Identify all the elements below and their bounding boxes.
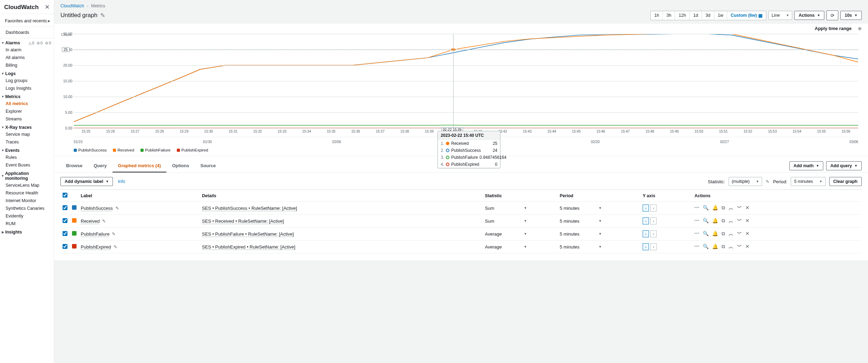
pulse-icon[interactable]: 〰 [694, 231, 699, 237]
sidebar-item-all-alarms[interactable]: All alarms [0, 54, 54, 61]
sidebar-item-rules[interactable]: Rules [0, 154, 54, 161]
sidebar-favorites[interactable]: Favorites and recents ▶ [0, 15, 54, 27]
period-cell[interactable]: 5 minutes▼ [560, 206, 602, 211]
copy-icon[interactable]: ⧉ [722, 205, 725, 211]
move-up-icon[interactable]: ︽ [729, 205, 733, 211]
edit-icon[interactable]: ✎ [112, 231, 116, 237]
row-checkbox[interactable] [63, 205, 67, 210]
bell-icon[interactable]: 🔔 [712, 218, 718, 224]
color-swatch[interactable] [72, 231, 77, 236]
sidebar-item-explorer[interactable]: Explorer [0, 108, 54, 115]
breadcrumb-root[interactable]: CloudWatch [60, 3, 84, 8]
statistic-select[interactable]: (multiple)▼ [729, 177, 762, 186]
sidebar-item-synthetics[interactable]: Synthetics Canaries [0, 205, 54, 212]
yaxis-left[interactable]: ‹ [643, 243, 649, 250]
stat-edit-icon[interactable]: ✎ [766, 179, 769, 184]
sidebar-section-insights[interactable]: ▶Insights [0, 228, 54, 235]
move-down-icon[interactable]: ︾ [737, 205, 742, 211]
add-dynamic-label-button[interactable]: Add dynamic label▼ [60, 177, 113, 186]
color-swatch[interactable] [72, 205, 77, 210]
sidebar-section-appmon[interactable]: ▼Application monitoring [0, 169, 54, 182]
sidebar-section-xray[interactable]: ▼X-Ray traces [0, 123, 54, 131]
copy-icon[interactable]: ⧉ [722, 244, 725, 250]
move-up-icon[interactable]: ︽ [729, 231, 733, 237]
sidebar-item-streams[interactable]: Streams [0, 115, 54, 123]
metric-details[interactable]: SES • PublishFailure • RuleSetName: [Act… [202, 231, 294, 237]
yaxis-right[interactable]: › [650, 205, 657, 212]
search-icon[interactable]: 🔍 [703, 218, 709, 224]
sidebar-item-all-metrics[interactable]: All metrics [0, 100, 54, 108]
row-checkbox[interactable] [63, 244, 67, 249]
remove-icon[interactable]: ✕ [745, 244, 750, 250]
pulse-icon[interactable]: 〰 [694, 244, 699, 250]
sidebar-item-internet-monitor[interactable]: Internet Monitor [0, 197, 54, 205]
metric-details[interactable]: SES • PublishSuccess • RuleSetName: [Act… [202, 206, 297, 211]
search-icon[interactable]: 🔍 [703, 205, 709, 211]
bell-icon[interactable]: 🔔 [712, 231, 718, 237]
edit-icon[interactable]: ✎ [115, 206, 119, 211]
move-down-icon[interactable]: ︾ [737, 244, 742, 250]
add-query-button[interactable]: Add query▼ [826, 161, 862, 170]
period-cell[interactable]: 5 minutes▼ [560, 218, 602, 224]
pulse-icon[interactable]: 〰 [694, 205, 699, 211]
sidebar-item-logs-insights[interactable]: Logs Insights [0, 84, 54, 92]
statistic-cell[interactable]: Sum▼ [485, 218, 527, 224]
refresh-button[interactable]: ⟳ [826, 10, 838, 20]
statistic-cell[interactable]: Average▼ [485, 231, 527, 237]
refresh-interval-button[interactable]: 10s▼ [840, 11, 862, 20]
copy-icon[interactable]: ⧉ [722, 231, 725, 237]
sidebar-item-dashboards[interactable]: Dashboards [0, 27, 54, 38]
time-1w[interactable]: 1w [714, 11, 727, 20]
metric-details[interactable]: SES • PublishExpired • RuleSetName: [Act… [202, 244, 295, 250]
yaxis-left[interactable]: ‹ [643, 217, 649, 224]
yaxis-right[interactable]: › [650, 230, 657, 237]
sidebar-section-logs[interactable]: ▼Logs [0, 69, 54, 77]
tab-options[interactable]: Options [166, 160, 195, 172]
color-swatch[interactable] [72, 218, 77, 223]
metric-label[interactable]: PublishFailure [81, 231, 109, 237]
tab-graphed-metrics-[interactable]: Graphed metrics (4) [113, 160, 167, 172]
edit-icon[interactable]: ✎ [114, 244, 117, 250]
metric-label[interactable]: Received [81, 218, 100, 224]
zoom-icon[interactable]: ⊕ [858, 26, 862, 31]
row-checkbox[interactable] [63, 218, 67, 223]
legend-item[interactable]: PublishFailure [140, 148, 171, 152]
yaxis-left[interactable]: ‹ [643, 230, 649, 237]
pulse-icon[interactable]: 〰 [694, 218, 699, 224]
move-down-icon[interactable]: ︾ [737, 231, 742, 237]
sidebar-item-evidently[interactable]: Evidently [0, 212, 54, 220]
edit-icon[interactable]: ✎ [100, 12, 105, 19]
close-icon[interactable]: ✕ [45, 3, 50, 11]
metric-label[interactable]: PublishSuccess [81, 206, 113, 211]
remove-icon[interactable]: ✕ [745, 218, 750, 224]
statistic-cell[interactable]: Sum▼ [485, 206, 527, 211]
legend-item[interactable]: PublishExpired [177, 148, 208, 152]
move-down-icon[interactable]: ︾ [737, 218, 742, 224]
period-cell[interactable]: 5 minutes▼ [560, 244, 602, 250]
sidebar-item-rum[interactable]: RUM [0, 220, 54, 228]
actions-button[interactable]: Actions▼ [794, 11, 824, 20]
tab-source[interactable]: Source [195, 160, 221, 172]
yaxis-left[interactable]: ‹ [643, 205, 649, 212]
copy-icon[interactable]: ⧉ [722, 218, 725, 224]
sidebar-item-log-groups[interactable]: Log groups [0, 77, 54, 84]
search-icon[interactable]: 🔍 [703, 231, 709, 237]
period-select[interactable]: 5 minutes▼ [791, 177, 825, 186]
move-up-icon[interactable]: ︽ [729, 244, 733, 250]
select-all-checkbox[interactable] [63, 193, 67, 198]
time-3h[interactable]: 3h [663, 11, 675, 20]
period-cell[interactable]: 5 minutes▼ [560, 231, 602, 237]
sidebar-item-in-alarm[interactable]: In alarm [0, 46, 54, 54]
metric-label[interactable]: PublishExpired [81, 244, 111, 250]
bell-icon[interactable]: 🔔 [712, 205, 718, 211]
move-up-icon[interactable]: ︽ [729, 218, 733, 224]
yaxis-right[interactable]: › [650, 217, 657, 224]
sidebar-item-service-map[interactable]: Service map [0, 131, 54, 138]
time-custom[interactable]: Custom (6w) ▦ [727, 11, 766, 20]
sidebar-item-traces[interactable]: Traces [0, 138, 54, 146]
clear-graph-button[interactable]: Clear graph [829, 177, 862, 186]
sidebar-item-billing[interactable]: Billing [0, 61, 54, 69]
bell-icon[interactable]: 🔔 [712, 244, 718, 250]
sidebar-section-alarms[interactable]: ▼ Alarms △0 ⊘0 ⊖0 [0, 38, 54, 46]
sidebar-section-metrics[interactable]: ▼Metrics [0, 92, 54, 100]
